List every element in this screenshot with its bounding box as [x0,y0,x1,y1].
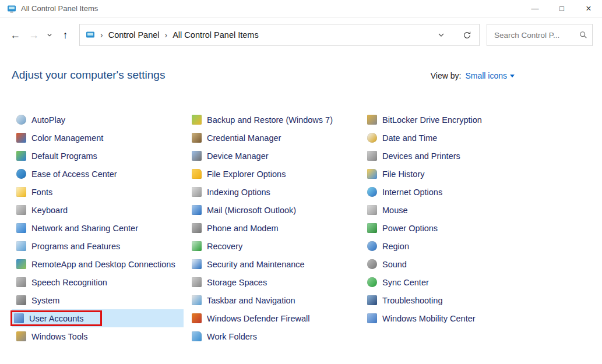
refresh-icon[interactable] [458,26,476,44]
control-panel-item-user-accounts[interactable]: User Accounts [12,309,184,327]
search-icon[interactable] [579,31,587,39]
control-panel-item-mouse[interactable]: Mouse [362,201,534,219]
control-panel-item-credential-manager[interactable]: Credential Manager [187,129,359,147]
item-content: Network and Sharing Center [14,222,140,234]
control-panel-item-sync-center[interactable]: Sync Center [362,273,534,291]
breadcrumb-separator: › [95,30,108,40]
item-content: Windows Tools [14,330,90,342]
control-panel-column: BitLocker Drive EncryptionDate and TimeD… [362,111,590,345]
control-panel-item-label: File Explorer Options [207,169,286,179]
control-panel-item-label: Internet Options [382,188,442,197]
control-panel-item-indexing-options[interactable]: Indexing Options [187,183,359,201]
close-button[interactable]: × [575,0,602,17]
control-panel-item-label: RemoteApp and Desktop Connections [31,260,175,269]
system-icon [16,295,26,305]
back-button[interactable]: ← [6,26,24,44]
control-panel-item-bitlocker-drive-encryption[interactable]: BitLocker Drive Encryption [362,111,534,129]
control-panel-item-troubleshooting[interactable]: Troubleshooting [362,291,534,309]
control-panel-item-remoteapp-and-desktop-connections[interactable]: RemoteApp and Desktop Connections [12,255,184,273]
speech-recognition-icon [16,277,26,287]
control-panel-item-backup-and-restore-windows-7[interactable]: Backup and Restore (Windows 7) [187,111,359,129]
control-panel-item-recovery[interactable]: Recovery [187,237,359,255]
control-panel-item-storage-spaces[interactable]: Storage Spaces [187,273,359,291]
maximize-button[interactable]: □ [548,0,575,17]
address-dropdown-chevron-icon[interactable] [432,26,450,44]
control-panel-item-label: BitLocker Drive Encryption [382,115,482,125]
phone-modem-icon [192,223,202,233]
control-panel-item-sound[interactable]: Sound [362,255,534,273]
address-bar[interactable]: › Control Panel › All Control Panel Item… [79,24,480,46]
date-time-icon [367,133,377,143]
control-panel-item-file-explorer-options[interactable]: File Explorer Options [187,165,359,183]
control-panel-item-security-and-maintenance[interactable]: Security and Maintenance [187,255,359,273]
storage-spaces-icon [192,277,202,287]
item-content: Devices and Printers [365,150,463,162]
control-panel-item-device-manager[interactable]: Device Manager [187,147,359,165]
up-button[interactable]: ↑ [56,26,75,44]
control-panel-item-phone-and-modem[interactable]: Phone and Modem [187,219,359,237]
item-content: AutoPlay [14,114,68,126]
control-panel-item-file-history[interactable]: File History [362,165,534,183]
control-panel-item-default-programs[interactable]: Default Programs [12,147,184,165]
item-content: Fonts [14,186,55,198]
control-panel-item-label: Power Options [382,224,438,233]
control-panel-item-speech-recognition[interactable]: Speech Recognition [12,273,184,291]
control-panel-item-programs-and-features[interactable]: Programs and Features [12,237,184,255]
indexing-options-icon [192,187,202,197]
control-panel-item-mail-microsoft-outlook[interactable]: Mail (Microsoft Outlook) [187,201,359,219]
control-panel-item-date-and-time[interactable]: Date and Time [362,129,534,147]
control-panel-item-label: Speech Recognition [31,278,107,287]
control-panel-item-network-and-sharing-center[interactable]: Network and Sharing Center [12,219,184,237]
control-panel-item-internet-options[interactable]: Internet Options [362,183,534,201]
control-panel-item-label: Credential Manager [207,133,281,143]
control-panel-item-label: Keyboard [31,206,68,215]
view-by-label: View by: [431,71,462,80]
control-panel-item-windows-tools[interactable]: Windows Tools [12,327,184,345]
control-panel-item-windows-mobility-center[interactable]: Windows Mobility Center [362,309,534,327]
devices-printers-icon [367,151,377,161]
control-panel-item-system[interactable]: System [12,291,184,309]
control-panel-item-region[interactable]: Region [362,237,534,255]
forward-button[interactable]: → [24,26,43,44]
control-panel-column: Backup and Restore (Windows 7)Credential… [187,111,362,345]
control-panel-item-windows-defender-firewall[interactable]: Windows Defender Firewall [187,309,359,327]
recent-locations-chevron-icon[interactable] [43,26,56,44]
control-panel-item-autoplay[interactable]: AutoPlay [12,111,184,129]
control-panel-item-keyboard[interactable]: Keyboard [12,201,184,219]
control-panel-item-power-options[interactable]: Power Options [362,219,534,237]
item-content: Storage Spaces [189,276,269,288]
view-by-dropdown[interactable]: Small icons [465,71,515,80]
item-content: System [14,294,62,306]
control-panel-item-label: Security and Maintenance [207,260,305,269]
breadcrumb-all-control-panel-items[interactable]: All Control Panel Items [172,30,258,40]
default-programs-icon [16,151,26,161]
item-content: Internet Options [365,186,445,198]
breadcrumb-control-panel[interactable]: Control Panel [108,30,160,40]
control-panel-item-label: Troubleshooting [382,296,442,305]
breadcrumb-separator: › [160,30,173,40]
minimize-button[interactable]: — [522,0,548,17]
item-content: Power Options [365,222,440,234]
credential-manager-icon [192,133,202,143]
control-panel-item-color-management[interactable]: Color Management [12,129,184,147]
mail-icon [192,205,202,215]
item-content: Device Manager [189,150,271,162]
control-panel-item-ease-of-access-center[interactable]: Ease of Access Center [12,165,184,183]
control-panel-item-work-folders[interactable]: Work Folders [187,327,359,345]
control-panel-item-devices-and-printers[interactable]: Devices and Printers [362,147,534,165]
search-input[interactable] [494,31,579,40]
control-panel-item-fonts[interactable]: Fonts [12,183,184,201]
fonts-icon [16,187,26,197]
network-sharing-icon [16,223,26,233]
control-panel-item-label: Windows Mobility Center [382,314,476,323]
control-panel-item-label: Taskbar and Navigation [207,296,295,305]
item-content: Indexing Options [189,186,273,198]
control-panel-item-label: Date and Time [382,133,437,143]
navigation-bar: ← → ↑ › Control Panel › All Control Pane… [0,17,602,52]
app-icon [7,4,16,13]
item-content: Speech Recognition [14,276,110,288]
control-panel-item-label: Sound [382,260,407,269]
control-panel-item-label: Mouse [382,206,408,215]
item-content: BitLocker Drive Encryption [365,114,484,126]
control-panel-item-taskbar-and-navigation[interactable]: Taskbar and Navigation [187,291,359,309]
